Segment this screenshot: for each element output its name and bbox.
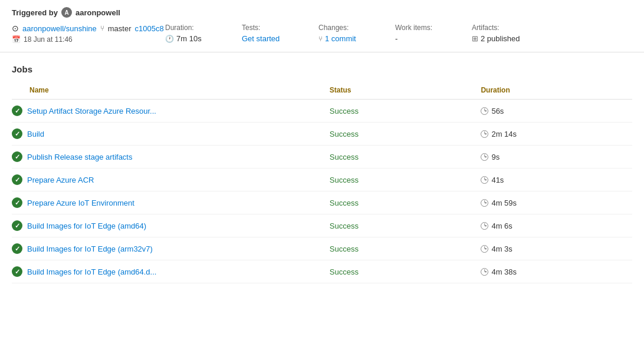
- job-name-inner: Build Images for IoT Edge (arm32v7): [12, 243, 330, 254]
- workitems-value: -: [395, 34, 472, 43]
- job-status: Success: [330, 123, 481, 146]
- jobs-section: Jobs Name Status Duration Setup Artifact…: [0, 52, 644, 283]
- success-icon: [12, 174, 22, 185]
- job-status: Success: [330, 168, 481, 191]
- clock-icon: [481, 199, 488, 207]
- artifacts-value[interactable]: ⊞ 2 published: [472, 34, 548, 43]
- stat-changes: Changes: ⑂ 1 commit: [318, 24, 395, 43]
- branch-name: master: [108, 24, 132, 33]
- github-icon: ⊙: [12, 24, 19, 33]
- commit-icon: ⑂: [318, 35, 323, 43]
- table-row: Setup Artifact Storage Azure Resour...Su…: [12, 100, 632, 123]
- duration-text: 4m 38s: [491, 267, 517, 276]
- artifacts-text: 2 published: [481, 34, 520, 43]
- stat-tests: Tests: Get started: [242, 24, 318, 43]
- clock-icon: [481, 245, 488, 253]
- job-duration: 4m 38s: [481, 260, 632, 283]
- duration-text: 41s: [491, 176, 504, 184]
- job-status: Success: [330, 191, 481, 214]
- commit-hash[interactable]: c1005c8: [135, 24, 164, 33]
- date-value: 18 Jun at 11:46: [24, 35, 73, 44]
- clock-icon: [481, 107, 488, 115]
- success-icon: [12, 243, 22, 254]
- clock-icon: 🕐: [165, 35, 174, 43]
- job-name-link[interactable]: Build Images for IoT Edge (amd64.d...: [27, 267, 156, 276]
- workitems-label: Work items:: [395, 24, 472, 32]
- changes-text: 1 commit: [325, 34, 356, 43]
- repo-link[interactable]: aaronpowell/sunshine: [22, 24, 97, 33]
- clock-icon: [481, 130, 488, 138]
- job-name-link[interactable]: Build: [27, 130, 44, 138]
- calendar-icon: 📅: [12, 35, 21, 44]
- success-icon: [12, 197, 22, 208]
- job-status: Success: [330, 214, 481, 237]
- success-icon: [12, 151, 22, 162]
- col-header-duration: Duration: [481, 82, 632, 100]
- job-name-link[interactable]: Publish Release stage artifacts: [27, 153, 132, 161]
- meta-row: ⊙ aaronpowell/sunshine ⑂ master c1005c8 …: [12, 24, 632, 44]
- table-row: Publish Release stage artifactsSuccess9s: [12, 146, 632, 168]
- table-row: Build Images for IoT Edge (amd64)Success…: [12, 214, 632, 237]
- table-header-row: Name Status Duration: [12, 82, 632, 100]
- artifacts-label: Artifacts:: [472, 24, 548, 32]
- job-name-inner: Setup Artifact Storage Azure Resour...: [12, 105, 330, 116]
- job-name-link[interactable]: Setup Artifact Storage Azure Resour...: [27, 107, 156, 115]
- duration-text: 2m 14s: [491, 130, 517, 138]
- job-duration: 2m 14s: [481, 123, 632, 146]
- changes-value[interactable]: ⑂ 1 commit: [318, 34, 395, 43]
- table-row: Prepare Azure ACRSuccess41s: [12, 168, 632, 191]
- job-name-link[interactable]: Prepare Azure IoT Environment: [27, 199, 134, 207]
- duration-text: 7m 10s: [176, 34, 202, 43]
- jobs-table: Name Status Duration Setup Artifact Stor…: [12, 82, 632, 283]
- date-line: 📅 18 Jun at 11:46: [12, 35, 165, 44]
- table-row: Build Images for IoT Edge (arm32v7)Succe…: [12, 237, 632, 260]
- table-row: BuildSuccess2m 14s: [12, 123, 632, 146]
- job-duration: 4m 59s: [481, 191, 632, 214]
- job-name-inner: Build Images for IoT Edge (amd64): [12, 220, 330, 231]
- job-duration: 4m 6s: [481, 214, 632, 237]
- stats-area: Duration: 🕐 7m 10s Tests: Get started Ch…: [165, 24, 632, 43]
- branch-icon: ⑂: [100, 24, 104, 32]
- clock-icon: [481, 222, 488, 230]
- repo-line: ⊙ aaronpowell/sunshine ⑂ master c1005c8: [12, 24, 165, 33]
- job-name-inner: Prepare Azure IoT Environment: [12, 197, 330, 208]
- job-status: Success: [330, 260, 481, 283]
- job-status: Success: [330, 100, 481, 123]
- success-icon: [12, 105, 22, 116]
- header-section: Triggered by A aaronpowell ⊙ aaronpowell…: [0, 0, 644, 52]
- job-name-link[interactable]: Build Images for IoT Edge (arm32v7): [27, 245, 153, 253]
- duration-value: 🕐 7m 10s: [165, 34, 242, 43]
- job-name-cell-1: Build: [12, 123, 330, 146]
- username: aaronpowell: [75, 8, 120, 17]
- table-row: Prepare Azure IoT EnvironmentSuccess4m 5…: [12, 191, 632, 214]
- duration-text: 4m 59s: [491, 199, 517, 207]
- success-icon: [12, 266, 22, 277]
- job-name-cell-7: Build Images for IoT Edge (amd64.d...: [12, 260, 330, 283]
- col-header-status: Status: [330, 82, 481, 100]
- job-name-link[interactable]: Build Images for IoT Edge (amd64): [27, 222, 146, 230]
- success-icon: [12, 220, 22, 231]
- duration-text: 56s: [491, 107, 504, 115]
- job-name-cell-6: Build Images for IoT Edge (arm32v7): [12, 237, 330, 260]
- job-duration: 56s: [481, 100, 632, 123]
- job-name-cell-0: Setup Artifact Storage Azure Resour...: [12, 100, 330, 123]
- table-row: Build Images for IoT Edge (amd64.d...Suc…: [12, 260, 632, 283]
- job-name-cell-4: Prepare Azure IoT Environment: [12, 191, 330, 214]
- stat-duration: Duration: 🕐 7m 10s: [165, 24, 242, 43]
- job-status: Success: [330, 146, 481, 168]
- triggered-label: Triggered by: [12, 8, 58, 17]
- job-name-cell-3: Prepare Azure ACR: [12, 168, 330, 191]
- job-name-link[interactable]: Prepare Azure ACR: [27, 176, 94, 184]
- duration-text: 4m 3s: [491, 245, 512, 253]
- clock-icon: [481, 268, 488, 276]
- job-name-inner: Build Images for IoT Edge (amd64.d...: [12, 266, 330, 277]
- clock-icon: [481, 176, 488, 184]
- col-header-name: Name: [12, 82, 330, 100]
- changes-label: Changes:: [318, 24, 395, 32]
- duration-label: Duration:: [165, 24, 242, 32]
- job-duration: 41s: [481, 168, 632, 191]
- job-name-inner: Build: [12, 128, 330, 139]
- job-status: Success: [330, 237, 481, 260]
- tests-value[interactable]: Get started: [242, 34, 318, 43]
- job-duration: 9s: [481, 146, 632, 168]
